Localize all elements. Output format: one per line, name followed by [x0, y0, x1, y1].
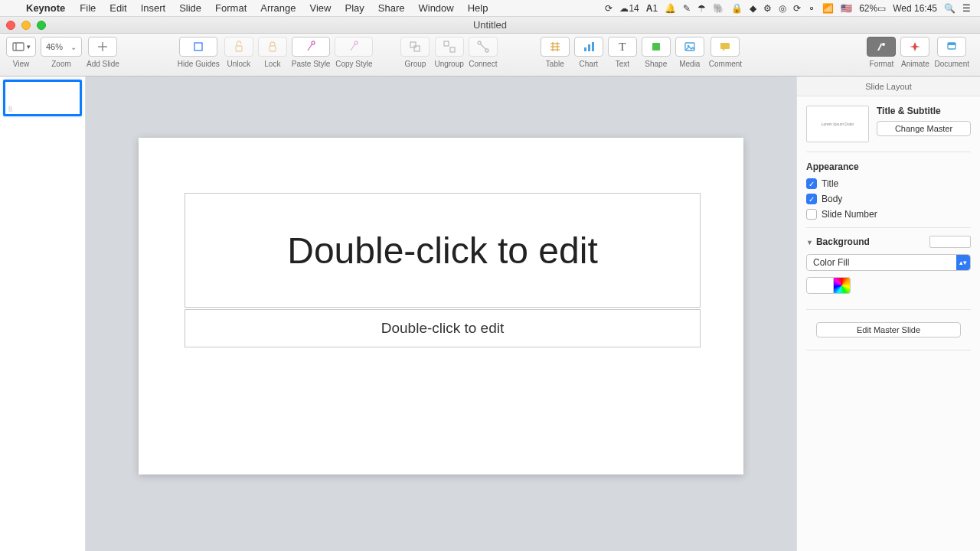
macos-menubar: Keynote File Edit Insert Slide Format Ar… [0, 0, 980, 17]
wifi-icon[interactable]: 📶 [822, 3, 834, 14]
format-inspector-label: Format [870, 60, 894, 68]
title-placeholder-box[interactable]: Double-click to edit [185, 193, 701, 308]
menu-help[interactable]: Help [461, 2, 495, 14]
fill-type-select[interactable]: Color Fill ▴▾ [806, 254, 971, 271]
status-app-icon[interactable]: ◆ [750, 3, 756, 14]
adobe-icon[interactable]: A 1 [646, 3, 658, 14]
title-checkbox[interactable]: ✓ [806, 178, 817, 189]
lock-label: Lock [264, 60, 280, 68]
table-button[interactable] [541, 37, 570, 57]
body-placeholder-text: Double-click to edit [381, 320, 505, 337]
slide-number-checkbox-label: Slide Number [822, 209, 877, 220]
creative-cloud-icon[interactable]: ☁ 14 [619, 3, 639, 14]
slide-thumbnail[interactable]: 1 [3, 80, 82, 116]
text-label: Text [616, 60, 629, 68]
slide-canvas[interactable]: Double-click to edit Double-click to edi… [139, 138, 743, 474]
svg-rect-9 [410, 42, 416, 47]
paste-style-button[interactable] [292, 37, 330, 57]
window-maximize-button[interactable] [37, 21, 46, 30]
menu-edit[interactable]: Edit [103, 2, 133, 14]
master-thumbnail: Lorem Ipsum Dolor [806, 106, 869, 142]
evernote-icon[interactable]: 🐘 [713, 3, 724, 14]
change-master-button[interactable]: Change Master [877, 121, 971, 136]
hide-guides-button[interactable] [179, 37, 217, 57]
slide-number-label: 1 [8, 105, 12, 112]
comment-button[interactable] [710, 37, 740, 57]
umbrella-icon[interactable]: ☂ [697, 3, 706, 14]
sync-status-icon[interactable]: ⟳ [605, 3, 612, 14]
svg-rect-0 [13, 43, 24, 51]
menu-slide[interactable]: Slide [172, 2, 208, 14]
background-preview-swatch[interactable] [929, 236, 971, 248]
body-placeholder-box[interactable]: Double-click to edit [185, 309, 701, 347]
window-minimize-button[interactable] [21, 21, 31, 30]
loader-icon[interactable]: ⟳ [793, 3, 801, 14]
paste-style-label: Paste Style [292, 60, 331, 68]
window-titlebar: Untitled [0, 17, 980, 34]
window-close-button[interactable] [6, 21, 15, 30]
svg-rect-24 [652, 43, 660, 51]
table-label: Table [546, 60, 564, 68]
svg-rect-12 [450, 47, 455, 52]
body-checkbox-label: Body [822, 194, 842, 204]
slide-number-checkbox[interactable] [806, 209, 817, 220]
menu-arrange[interactable]: Arrange [253, 2, 302, 14]
group-button[interactable] [400, 37, 430, 57]
appearance-section-title: Appearance [806, 161, 971, 172]
menu-format[interactable]: Format [208, 2, 253, 14]
status-menu-icon[interactable]: ✎ [683, 3, 691, 14]
menu-window[interactable]: Window [411, 2, 460, 14]
status-icons: ⟳ ☁ 14 A 1 🔔 ✎ ☂ 🐘 🔒 ◆ ⚙ ◎ ⟳ ⚬ 📶 🇺🇸 62% … [605, 3, 974, 14]
color-well[interactable] [806, 277, 834, 294]
svg-rect-22 [588, 44, 590, 51]
body-checkbox[interactable]: ✓ [806, 194, 817, 204]
edit-master-slide-button[interactable]: Edit Master Slide [816, 322, 961, 337]
animate-inspector-button[interactable] [900, 37, 929, 57]
add-slide-button[interactable] [88, 37, 117, 57]
clock[interactable]: Wed 16:45 [893, 3, 937, 14]
svg-point-28 [882, 43, 885, 46]
background-disclosure-icon[interactable]: ▼ [806, 239, 813, 246]
chart-button[interactable] [574, 37, 603, 57]
bluetooth-icon[interactable]: ⚬ [808, 3, 815, 14]
media-button[interactable] [675, 37, 704, 57]
window-title: Untitled [473, 19, 507, 31]
svg-point-7 [312, 41, 315, 44]
notification-center-icon[interactable]: ☰ [962, 3, 971, 14]
target-icon[interactable]: ◎ [779, 3, 786, 14]
unlock-label: Unlock [227, 60, 251, 68]
inspector-header: Slide Layout [797, 77, 980, 96]
gear-menu-icon[interactable]: ⚙ [763, 3, 772, 14]
battery-status[interactable]: 62% ▭ [859, 3, 886, 14]
lock-icon[interactable]: 🔒 [731, 3, 743, 14]
app-name[interactable]: Keynote [18, 2, 73, 14]
text-button[interactable]: T [608, 37, 637, 57]
spotlight-icon[interactable]: 🔍 [944, 3, 956, 14]
group-label: Group [405, 60, 426, 68]
ungroup-button[interactable] [435, 37, 464, 57]
format-inspector-button[interactable] [867, 37, 896, 57]
unlock-button[interactable] [224, 37, 253, 57]
color-wheel-button[interactable] [834, 277, 851, 294]
menu-share[interactable]: Share [371, 2, 412, 14]
copy-style-label: Copy Style [335, 60, 372, 68]
menu-play[interactable]: Play [338, 2, 371, 14]
connect-button[interactable] [469, 37, 498, 57]
zoom-field[interactable]: 46% [41, 37, 82, 57]
shape-button[interactable] [642, 37, 671, 57]
notification-bell-icon[interactable]: 🔔 [665, 3, 676, 14]
menu-insert[interactable]: Insert [134, 2, 173, 14]
slide-navigator[interactable]: 1 [0, 77, 86, 551]
master-name: Title & Subtitle [877, 106, 971, 116]
document-inspector-label: Document [934, 60, 969, 68]
lock-button[interactable] [258, 37, 287, 57]
canvas-area[interactable]: Double-click to edit Double-click to edi… [86, 77, 796, 551]
chevron-updown-icon: ▴▾ [956, 255, 970, 270]
menu-file[interactable]: File [73, 2, 103, 14]
document-inspector-button[interactable] [937, 37, 966, 57]
chart-label: Chart [580, 60, 598, 68]
input-flag-icon[interactable]: 🇺🇸 [841, 3, 852, 14]
view-button[interactable]: ▾ [6, 37, 36, 57]
copy-style-button[interactable] [335, 37, 373, 57]
menu-view[interactable]: View [303, 2, 338, 14]
